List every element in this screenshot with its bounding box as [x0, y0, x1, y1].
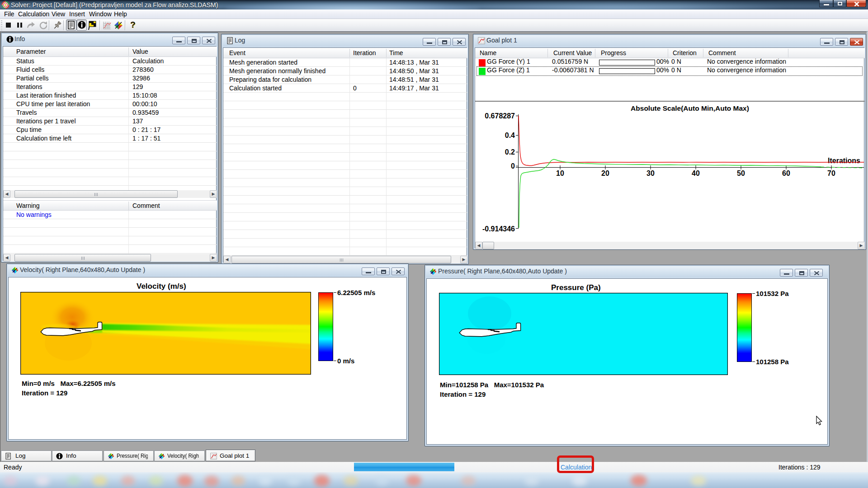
svg-text:60: 60: [782, 169, 790, 177]
svg-text:Absolute Scale(Auto Min,Auto M: Absolute Scale(Auto Min,Auto Max): [631, 104, 749, 112]
svg-text:Iterations: Iterations: [828, 157, 860, 164]
svg-text:30: 30: [646, 169, 655, 177]
svg-text:0: 0: [511, 162, 515, 170]
svg-text:70: 70: [827, 169, 835, 177]
svg-text:50: 50: [737, 169, 745, 177]
svg-text:-0.914346: -0.914346: [482, 225, 515, 233]
svg-text:20: 20: [601, 169, 609, 177]
svg-text:40: 40: [692, 169, 700, 177]
svg-text:0.4: 0.4: [505, 131, 515, 139]
svg-text:0.678287: 0.678287: [485, 112, 515, 120]
svg-text:0.2: 0.2: [505, 148, 515, 156]
svg-text:10: 10: [556, 169, 564, 177]
